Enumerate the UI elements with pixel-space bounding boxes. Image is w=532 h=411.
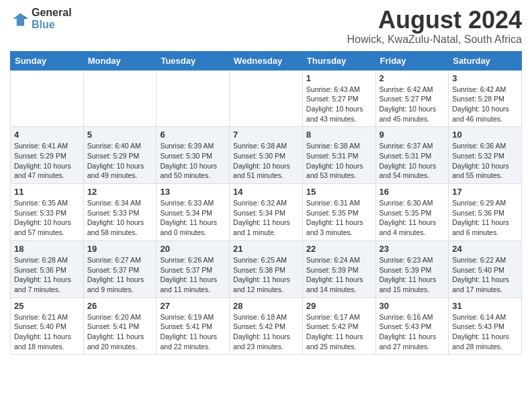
calendar-cell: 3Sunrise: 6:42 AM Sunset: 5:28 PM Daylig… xyxy=(449,70,522,127)
calendar-cell: 28Sunrise: 6:18 AM Sunset: 5:42 PM Dayli… xyxy=(230,298,303,355)
calendar-cell: 16Sunrise: 6:30 AM Sunset: 5:35 PM Dayli… xyxy=(375,184,449,241)
date-number: 20 xyxy=(160,244,226,254)
calendar-cell: 26Sunrise: 6:20 AM Sunset: 5:41 PM Dayli… xyxy=(83,298,157,355)
title-section: August 2024 Howick, KwaZulu-Natal, South… xyxy=(347,7,522,46)
cell-info: Sunrise: 6:28 AM Sunset: 5:36 PM Dayligh… xyxy=(14,255,80,295)
cell-info: Sunrise: 6:14 AM Sunset: 5:43 PM Dayligh… xyxy=(452,312,518,352)
cell-info: Sunrise: 6:22 AM Sunset: 5:40 PM Dayligh… xyxy=(452,255,518,295)
cell-info: Sunrise: 6:21 AM Sunset: 5:40 PM Dayligh… xyxy=(14,312,80,352)
cell-info: Sunrise: 6:33 AM Sunset: 5:34 PM Dayligh… xyxy=(160,198,226,238)
calendar-cell: 4Sunrise: 6:41 AM Sunset: 5:29 PM Daylig… xyxy=(11,127,84,184)
cell-info: Sunrise: 6:27 AM Sunset: 5:37 PM Dayligh… xyxy=(87,255,153,295)
date-number: 21 xyxy=(233,244,299,254)
calendar-cell: 17Sunrise: 6:29 AM Sunset: 5:36 PM Dayli… xyxy=(449,184,522,241)
cell-info: Sunrise: 6:40 AM Sunset: 5:29 PM Dayligh… xyxy=(87,141,153,181)
cell-info: Sunrise: 6:29 AM Sunset: 5:36 PM Dayligh… xyxy=(452,198,518,238)
date-number: 3 xyxy=(452,73,518,83)
week-row-4: 18Sunrise: 6:28 AM Sunset: 5:36 PM Dayli… xyxy=(11,240,522,298)
date-number: 17 xyxy=(452,187,518,197)
cell-info: Sunrise: 6:34 AM Sunset: 5:33 PM Dayligh… xyxy=(87,198,153,238)
calendar-cell xyxy=(157,70,230,127)
logo-icon xyxy=(10,9,29,28)
cell-info: Sunrise: 6:30 AM Sunset: 5:35 PM Dayligh… xyxy=(380,198,445,238)
calendar-cell: 1Sunrise: 6:43 AM Sunset: 5:27 PM Daylig… xyxy=(302,70,375,127)
calendar-cell: 6Sunrise: 6:39 AM Sunset: 5:30 PM Daylig… xyxy=(157,127,230,184)
cell-info: Sunrise: 6:41 AM Sunset: 5:29 PM Dayligh… xyxy=(14,141,80,181)
cell-info: Sunrise: 6:31 AM Sunset: 5:35 PM Dayligh… xyxy=(306,198,372,238)
cell-info: Sunrise: 6:42 AM Sunset: 5:27 PM Dayligh… xyxy=(380,85,445,124)
day-header-thursday: Thursday xyxy=(302,51,375,70)
calendar-cell: 13Sunrise: 6:33 AM Sunset: 5:34 PM Dayli… xyxy=(157,184,230,241)
date-number: 26 xyxy=(87,301,153,311)
day-header-wednesday: Wednesday xyxy=(230,51,303,70)
cell-info: Sunrise: 6:36 AM Sunset: 5:32 PM Dayligh… xyxy=(452,141,518,181)
date-number: 11 xyxy=(14,187,80,197)
calendar-cell: 31Sunrise: 6:14 AM Sunset: 5:43 PM Dayli… xyxy=(449,298,522,355)
date-number: 13 xyxy=(160,187,226,197)
page-header: General Blue August 2024 Howick, KwaZulu… xyxy=(10,7,522,46)
date-number: 19 xyxy=(87,244,153,254)
calendar-cell: 27Sunrise: 6:19 AM Sunset: 5:41 PM Dayli… xyxy=(157,298,230,355)
calendar-cell xyxy=(83,70,157,127)
date-number: 15 xyxy=(306,187,372,197)
date-number: 23 xyxy=(380,244,445,254)
calendar-cell: 11Sunrise: 6:35 AM Sunset: 5:33 PM Dayli… xyxy=(11,184,84,241)
calendar-cell: 15Sunrise: 6:31 AM Sunset: 5:35 PM Dayli… xyxy=(302,184,375,241)
page-subtitle: Howick, KwaZulu-Natal, South Africa xyxy=(347,34,522,46)
cell-info: Sunrise: 6:42 AM Sunset: 5:28 PM Dayligh… xyxy=(452,85,518,124)
day-header-row: SundayMondayTuesdayWednesdayThursdayFrid… xyxy=(11,51,522,70)
calendar-cell: 7Sunrise: 6:38 AM Sunset: 5:30 PM Daylig… xyxy=(230,127,303,184)
week-row-3: 11Sunrise: 6:35 AM Sunset: 5:33 PM Dayli… xyxy=(11,184,522,241)
date-number: 9 xyxy=(380,130,445,140)
calendar-cell: 29Sunrise: 6:17 AM Sunset: 5:42 PM Dayli… xyxy=(302,298,375,355)
calendar-cell xyxy=(230,70,303,127)
cell-info: Sunrise: 6:23 AM Sunset: 5:39 PM Dayligh… xyxy=(380,255,445,295)
day-header-sunday: Sunday xyxy=(11,51,84,70)
date-number: 5 xyxy=(87,130,153,140)
cell-info: Sunrise: 6:25 AM Sunset: 5:38 PM Dayligh… xyxy=(233,255,299,295)
calendar-cell: 14Sunrise: 6:32 AM Sunset: 5:34 PM Dayli… xyxy=(230,184,303,241)
calendar-cell: 25Sunrise: 6:21 AM Sunset: 5:40 PM Dayli… xyxy=(11,298,84,355)
logo-general: General xyxy=(32,7,72,19)
date-number: 30 xyxy=(380,301,445,311)
cell-info: Sunrise: 6:18 AM Sunset: 5:42 PM Dayligh… xyxy=(233,312,299,352)
cell-info: Sunrise: 6:19 AM Sunset: 5:41 PM Dayligh… xyxy=(160,312,226,352)
date-number: 12 xyxy=(87,187,153,197)
cell-info: Sunrise: 6:20 AM Sunset: 5:41 PM Dayligh… xyxy=(87,312,153,352)
calendar-cell: 2Sunrise: 6:42 AM Sunset: 5:27 PM Daylig… xyxy=(375,70,449,127)
date-number: 6 xyxy=(160,130,226,140)
date-number: 10 xyxy=(452,130,518,140)
logo-blue: Blue xyxy=(32,19,72,31)
calendar-cell: 30Sunrise: 6:16 AM Sunset: 5:43 PM Dayli… xyxy=(375,298,449,355)
date-number: 2 xyxy=(380,73,445,83)
date-number: 1 xyxy=(306,73,372,83)
week-row-2: 4Sunrise: 6:41 AM Sunset: 5:29 PM Daylig… xyxy=(11,127,522,184)
date-number: 24 xyxy=(452,244,518,254)
calendar-cell: 8Sunrise: 6:38 AM Sunset: 5:31 PM Daylig… xyxy=(302,127,375,184)
logo-text: General Blue xyxy=(32,7,72,30)
cell-info: Sunrise: 6:24 AM Sunset: 5:39 PM Dayligh… xyxy=(306,255,372,295)
calendar-cell: 9Sunrise: 6:37 AM Sunset: 5:31 PM Daylig… xyxy=(375,127,449,184)
date-number: 16 xyxy=(380,187,445,197)
calendar-cell: 12Sunrise: 6:34 AM Sunset: 5:33 PM Dayli… xyxy=(83,184,157,241)
calendar-cell xyxy=(11,70,84,127)
date-number: 4 xyxy=(14,130,80,140)
calendar-cell: 23Sunrise: 6:23 AM Sunset: 5:39 PM Dayli… xyxy=(375,240,449,298)
cell-info: Sunrise: 6:39 AM Sunset: 5:30 PM Dayligh… xyxy=(160,141,226,181)
calendar-cell: 19Sunrise: 6:27 AM Sunset: 5:37 PM Dayli… xyxy=(83,240,157,298)
calendar-cell: 20Sunrise: 6:26 AM Sunset: 5:37 PM Dayli… xyxy=(157,240,230,298)
date-number: 14 xyxy=(233,187,299,197)
page-title: August 2024 xyxy=(347,7,522,34)
day-header-monday: Monday xyxy=(83,51,157,70)
day-header-tuesday: Tuesday xyxy=(157,51,230,70)
cell-info: Sunrise: 6:38 AM Sunset: 5:30 PM Dayligh… xyxy=(233,141,299,181)
cell-info: Sunrise: 6:26 AM Sunset: 5:37 PM Dayligh… xyxy=(160,255,226,295)
cell-info: Sunrise: 6:35 AM Sunset: 5:33 PM Dayligh… xyxy=(14,198,80,238)
cell-info: Sunrise: 6:17 AM Sunset: 5:42 PM Dayligh… xyxy=(306,312,372,352)
date-number: 29 xyxy=(306,301,372,311)
week-row-5: 25Sunrise: 6:21 AM Sunset: 5:40 PM Dayli… xyxy=(11,298,522,355)
day-header-saturday: Saturday xyxy=(449,51,522,70)
cell-info: Sunrise: 6:16 AM Sunset: 5:43 PM Dayligh… xyxy=(380,312,445,352)
calendar-cell: 24Sunrise: 6:22 AM Sunset: 5:40 PM Dayli… xyxy=(449,240,522,298)
calendar-cell: 21Sunrise: 6:25 AM Sunset: 5:38 PM Dayli… xyxy=(230,240,303,298)
